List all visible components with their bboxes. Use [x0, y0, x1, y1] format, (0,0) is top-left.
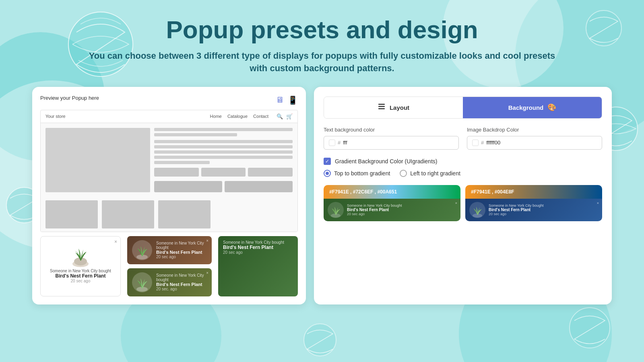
radio-btn-left-right[interactable]: [400, 170, 407, 177]
hash-1: #: [338, 140, 341, 146]
radio-btn-top-bottom[interactable]: [324, 170, 331, 177]
popup-info: Someone in New York City bought Bird's N…: [156, 241, 207, 259]
color-inputs-row: Text background color # fff Image Backdr…: [324, 127, 602, 150]
nav-links: Home Catalogue Contact: [210, 114, 268, 119]
popup-small: × Someone in New York City bought Bird's…: [40, 236, 121, 296]
preset-1-plant: [328, 202, 344, 218]
text-line: [154, 133, 237, 136]
image-backdrop-input[interactable]: # ffffff00: [467, 136, 602, 150]
plant-circle-2: [132, 272, 152, 292]
preset-card-2[interactable]: #F7941E , #004E8F Someone in New York Ci…: [465, 185, 602, 221]
popup-green-bg: Someone in New York City bought Bird's N…: [218, 236, 298, 296]
preset-2-product: Bird's Nest Fern Plant: [489, 208, 598, 212]
preset-1-close[interactable]: ×: [455, 201, 457, 205]
store-name: Your store: [45, 114, 202, 119]
popup-horizontal-2: Someone in New York City bought Bird's N…: [127, 268, 212, 296]
settings-panel: Layout Background 🎨 Text background colo…: [314, 87, 612, 304]
text-bg-color-swatch: [329, 140, 335, 146]
popup-title-green: Bird's Nest Fern Plant: [223, 245, 293, 250]
yarn-decoration-bottommid: [302, 322, 338, 358]
tab-layout-label: Layout: [390, 104, 409, 111]
store-nav: Your store Home Catalogue Contact 🔍 🛒: [41, 110, 297, 123]
gradient-checkbox[interactable]: ✓: [324, 158, 331, 165]
preset-2-popup: Someone in New York City bought Bird's N…: [465, 199, 602, 221]
check-icon: ✓: [325, 158, 329, 164]
popup-time: 20 sec ago: [50, 279, 111, 283]
preset-1-text: Someone in New York City bought Bird's N…: [347, 204, 456, 216]
nav-link-catalogue[interactable]: Catalogue: [227, 114, 248, 119]
preset-1-popup: Someone in New York City bought Bird's N…: [324, 199, 460, 221]
image-backdrop-color-group: Image Backdrop Color # ffffff00: [467, 127, 602, 150]
mobile-icon[interactable]: 📱: [288, 95, 298, 105]
preset-2-label: #F7941E , #004E8F: [471, 189, 514, 195]
product-image: [45, 128, 150, 192]
search-icon[interactable]: 🔍: [277, 113, 283, 119]
svg-rect-21: [378, 108, 385, 109]
monitor-icon[interactable]: 🖥: [276, 95, 284, 105]
thumbnail: [102, 200, 154, 228]
preset-2-header: #F7941E , #004E8F: [465, 185, 602, 199]
tab-bar: Layout Background 🎨: [324, 97, 602, 119]
action-btns: [154, 181, 293, 192]
popup-notification-text: Someone in New York City bought: [50, 269, 111, 273]
gradient-checkbox-label: Gradient Background Color (UIgradients): [335, 158, 437, 165]
preset-card-1[interactable]: #F7941E , #72C6EF , #00A651 Someone in N…: [324, 185, 460, 221]
text-line: [154, 150, 293, 154]
text-line: [154, 140, 293, 143]
close-icon[interactable]: ×: [206, 239, 208, 243]
popup-info-2: Someone in New York City bought Bird's N…: [156, 273, 207, 291]
preset-2-plant: [469, 202, 485, 218]
popup-text-green: Someone in New York City bought: [223, 240, 293, 245]
popup-time-green: 20 sec ago: [223, 250, 293, 255]
page-subtitle: You can choose between 3 different type …: [80, 50, 564, 75]
svg-rect-20: [378, 106, 385, 107]
popup-text: Someone in New York City bought: [156, 241, 207, 250]
popup-text-2: Someone in New York City bought: [156, 273, 207, 282]
store-preview: Your store Home Catalogue Contact 🔍 🛒: [40, 110, 298, 232]
text-line: [154, 156, 293, 159]
text-line: [154, 145, 293, 148]
radio-option-top-bottom[interactable]: Top to bottom gradient: [324, 170, 390, 177]
close-icon[interactable]: ×: [114, 239, 117, 245]
btn-row: [154, 168, 293, 177]
popup-product-name: Bird's Nest Fern Plant: [50, 273, 111, 279]
text-bg-color-group: Text background color # fff: [324, 127, 459, 150]
close-icon-2[interactable]: ×: [206, 271, 208, 275]
preset-2-notification: Someone in New York City bought: [489, 204, 598, 208]
radio-option-left-right[interactable]: Left to right gradient: [400, 170, 460, 177]
thumbnail: [158, 200, 211, 228]
svg-rect-19: [378, 104, 385, 105]
preset-2-close[interactable]: ×: [597, 201, 599, 205]
hash-2: #: [481, 140, 484, 146]
text-line: [154, 161, 210, 164]
popup-horizontal-1: Someone in New York City bought Bird's N…: [127, 236, 212, 264]
thumbnail-row: [41, 197, 297, 232]
presets-grid: #F7941E , #72C6EF , #00A651 Someone in N…: [324, 185, 602, 221]
plant-circle: [132, 240, 152, 260]
preset-1-label: #F7941E , #72C6EF , #00A651: [329, 189, 397, 195]
product-details: [154, 128, 293, 192]
btn-placeholder: [154, 168, 199, 177]
nav-link-contact[interactable]: Contact: [253, 114, 268, 119]
text-bg-color-label: Text background color: [324, 127, 459, 133]
btn-placeholder: [201, 168, 246, 177]
text-bg-color-value: fff: [343, 140, 347, 146]
preset-2-text: Someone in New York City bought Bird's N…: [489, 204, 598, 216]
preset-2-time: 20 sec ago: [489, 212, 598, 216]
tab-layout[interactable]: Layout: [324, 97, 463, 118]
tab-background[interactable]: Background 🎨: [463, 97, 602, 118]
radio-label-left-right: Left to right gradient: [410, 170, 460, 177]
popup-time-3: 20 sec. ago: [156, 287, 207, 291]
popup-right-col: Someone in New York City bought Bird's N…: [127, 236, 212, 296]
store-body: [41, 123, 297, 197]
gradient-radio-row: Top to bottom gradient Left to right gra…: [324, 170, 602, 177]
popup-time-2: 20 sec ago: [156, 255, 207, 259]
image-backdrop-value: ffffff00: [486, 140, 500, 146]
text-bg-color-input[interactable]: # fff: [324, 136, 459, 150]
nav-link-home[interactable]: Home: [210, 114, 222, 119]
image-backdrop-swatch: [472, 140, 479, 146]
popup-title-2: Bird's Nest Fern Plant: [156, 282, 207, 287]
preview-title: Preview your Popup here: [40, 95, 99, 101]
layout-icon: [378, 103, 386, 113]
cart-icon[interactable]: 🛒: [286, 113, 293, 119]
